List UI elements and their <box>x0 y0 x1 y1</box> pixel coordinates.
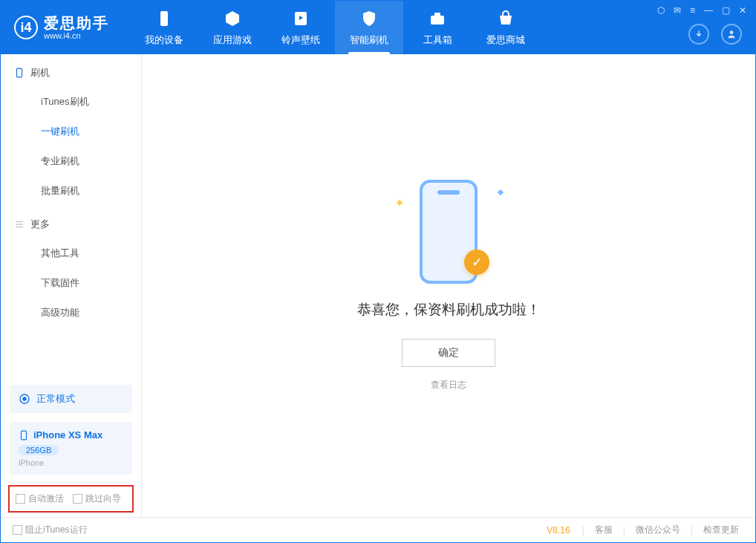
sidebar-item-oneclick-flash[interactable]: 一键刷机 <box>1 117 141 146</box>
store-icon <box>495 8 516 29</box>
nav-tabs: 我的设备 应用游戏 铃声壁纸 智能刷机 工具箱 爱思商城 <box>130 1 540 54</box>
main-content: ✓ 恭喜您，保资料刷机成功啦！ 确定 查看日志 <box>142 54 755 517</box>
svg-rect-2 <box>431 16 444 25</box>
app-window: ⬡ ✉ ≡ — ▢ ✕ i4 爱思助手 www.i4.cn 我的设备 应用游戏 <box>0 0 756 543</box>
check-badge-icon: ✓ <box>464 250 489 275</box>
block-itunes-label: 阻止iTunes运行 <box>25 524 88 535</box>
device-phone-icon <box>19 430 29 440</box>
close-icon[interactable]: ✕ <box>739 5 746 16</box>
device-type: iPhone <box>19 458 123 467</box>
device-icon <box>154 8 175 29</box>
toolbox-icon <box>427 8 448 29</box>
tab-label: 应用游戏 <box>213 33 252 47</box>
sparkle-icon <box>397 200 403 206</box>
options-row: 自动激活 跳过向导 <box>8 485 134 513</box>
tab-flash[interactable]: 智能刷机 <box>335 1 403 54</box>
tab-store[interactable]: 爱思商城 <box>472 1 540 54</box>
shield-icon <box>359 8 379 29</box>
skin-icon[interactable]: ⬡ <box>657 5 665 16</box>
maximize-icon[interactable]: ▢ <box>722 5 730 16</box>
tab-apps[interactable]: 应用游戏 <box>198 1 267 54</box>
cube-icon <box>222 8 243 29</box>
sidebar-item-batch-flash[interactable]: 批量刷机 <box>1 176 141 206</box>
window-controls: ⬡ ✉ ≡ — ▢ ✕ <box>657 5 746 16</box>
sidebar-section-flash: 刷机 <box>1 54 141 87</box>
logo-icon: i4 <box>14 16 38 39</box>
footer-link-wechat[interactable]: 微信公众号 <box>631 524 685 536</box>
sidebar-item-other-tools[interactable]: 其他工具 <box>1 238 141 268</box>
auto-activate-label: 自动激活 <box>28 493 64 504</box>
minimize-icon[interactable]: — <box>704 5 713 16</box>
success-illustration: ✓ <box>415 180 482 284</box>
tab-label: 智能刷机 <box>350 33 388 47</box>
footer: 阻止iTunes运行 V8.16 | 客服 | 微信公众号 | 检查更新 <box>1 517 755 542</box>
mode-indicator[interactable]: 正常模式 <box>10 385 132 413</box>
version-label: V8.16 <box>547 525 570 536</box>
app-title: 爱思助手 <box>44 15 109 31</box>
section-title: 更多 <box>30 218 50 231</box>
user-button[interactable] <box>721 24 742 45</box>
header: ⬡ ✉ ≡ — ▢ ✕ i4 爱思助手 www.i4.cn 我的设备 应用游戏 <box>1 1 755 54</box>
tab-ringtones[interactable]: 铃声壁纸 <box>267 1 335 54</box>
sidebar-section-more: 更多 <box>1 206 141 238</box>
menu-icon[interactable]: ≡ <box>690 5 695 16</box>
phone-icon <box>14 68 25 78</box>
device-card[interactable]: iPhone XS Max 256GB iPhone <box>10 422 132 475</box>
tab-label: 工具箱 <box>423 33 452 47</box>
svg-point-10 <box>23 397 26 400</box>
app-subtitle: www.i4.cn <box>44 31 109 40</box>
list-icon <box>14 219 25 230</box>
logo: i4 爱思助手 www.i4.cn <box>14 15 109 40</box>
footer-link-update[interactable]: 检查更新 <box>699 524 743 536</box>
feedback-icon[interactable]: ✉ <box>674 5 681 16</box>
device-name: iPhone XS Max <box>33 429 102 440</box>
sidebar-item-pro-flash[interactable]: 专业刷机 <box>1 146 141 176</box>
download-button[interactable] <box>688 24 709 45</box>
tab-label: 铃声壁纸 <box>281 33 320 47</box>
footer-link-support[interactable]: 客服 <box>590 524 617 536</box>
section-title: 刷机 <box>30 66 50 79</box>
sidebar: 刷机 iTunes刷机 一键刷机 专业刷机 批量刷机 更多 其他工具 下载固件 … <box>1 54 142 517</box>
sparkle-icon <box>498 189 504 195</box>
tab-label: 我的设备 <box>145 33 183 47</box>
skip-guide-label: 跳过向导 <box>85 493 121 504</box>
mode-label: 正常模式 <box>36 392 75 406</box>
tab-toolbox[interactable]: 工具箱 <box>403 1 472 54</box>
ok-button[interactable]: 确定 <box>402 339 495 367</box>
checkbox-auto-activate[interactable]: 自动激活 <box>16 492 64 505</box>
svg-rect-0 <box>160 11 168 26</box>
tab-label: 爱思商城 <box>486 33 525 47</box>
svg-rect-3 <box>434 13 440 16</box>
checkbox-skip-guide[interactable]: 跳过向导 <box>73 492 121 505</box>
checkbox-block-itunes[interactable]: 阻止iTunes运行 <box>13 524 88 536</box>
view-log-link[interactable]: 查看日志 <box>431 379 466 391</box>
mode-icon <box>19 393 30 405</box>
svg-point-4 <box>730 30 734 34</box>
tab-my-device[interactable]: 我的设备 <box>130 1 198 54</box>
device-storage: 256GB <box>19 445 59 455</box>
sidebar-item-advanced[interactable]: 高级功能 <box>1 298 141 328</box>
music-icon <box>290 8 311 29</box>
success-message: 恭喜您，保资料刷机成功啦！ <box>357 300 541 319</box>
body: 刷机 iTunes刷机 一键刷机 专业刷机 批量刷机 更多 其他工具 下载固件 … <box>1 54 755 517</box>
svg-rect-5 <box>17 68 22 77</box>
sidebar-item-download-firmware[interactable]: 下载固件 <box>1 268 141 298</box>
sidebar-item-itunes-flash[interactable]: iTunes刷机 <box>1 87 141 117</box>
svg-rect-11 <box>22 431 27 440</box>
